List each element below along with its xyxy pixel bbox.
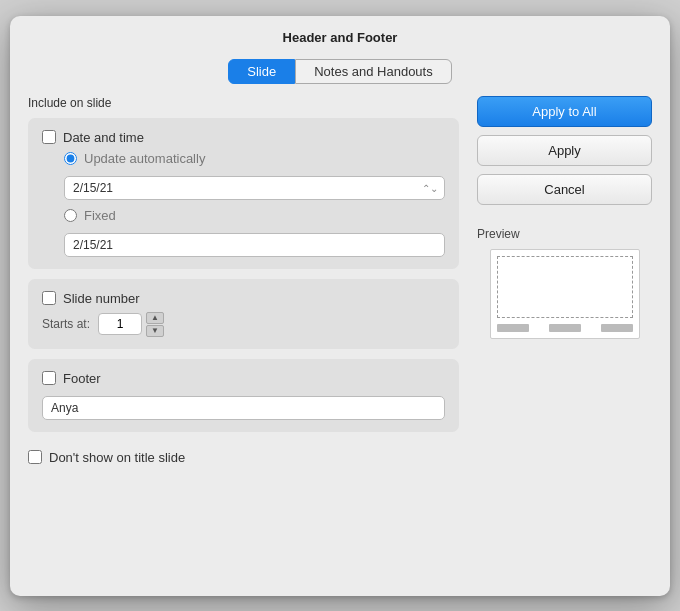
tab-slide[interactable]: Slide bbox=[228, 59, 295, 84]
starts-at-input[interactable] bbox=[98, 313, 142, 335]
date-time-checkbox[interactable] bbox=[42, 130, 56, 144]
footer-group: Footer bbox=[28, 359, 459, 432]
tabs-row: Slide Notes and Handouts bbox=[10, 59, 670, 84]
tab-notes[interactable]: Notes and Handouts bbox=[295, 59, 452, 84]
date-time-options: Update automatically 2/15/21 ⌃⌄ Fixed bbox=[64, 151, 445, 257]
dont-show-checkbox[interactable] bbox=[28, 450, 42, 464]
right-panel: Apply to All Apply Cancel Preview bbox=[477, 96, 652, 576]
slide-number-label: Slide number bbox=[63, 291, 140, 306]
slide-number-checkbox[interactable] bbox=[42, 291, 56, 305]
preview-footer-bar-3 bbox=[601, 324, 633, 332]
fixed-date-input[interactable] bbox=[64, 233, 445, 257]
stepper-up-button[interactable]: ▲ bbox=[146, 312, 164, 324]
dialog-title: Header and Footer bbox=[10, 16, 670, 53]
slide-number-row: Slide number bbox=[42, 291, 445, 306]
footer-input[interactable] bbox=[42, 396, 445, 420]
preview-footer-bar-1 bbox=[497, 324, 529, 332]
date-select[interactable]: 2/15/21 bbox=[64, 176, 445, 200]
update-auto-radio[interactable] bbox=[64, 152, 77, 165]
stepper-wrapper: ▲ ▼ bbox=[98, 312, 164, 337]
cancel-button[interactable]: Cancel bbox=[477, 174, 652, 205]
stepper-down-button[interactable]: ▼ bbox=[146, 325, 164, 337]
date-time-label: Date and time bbox=[63, 130, 144, 145]
update-auto-row: Update automatically bbox=[64, 151, 445, 166]
preview-footer-row bbox=[497, 320, 633, 332]
section-label: Include on slide bbox=[28, 96, 459, 110]
stepper-buttons: ▲ ▼ bbox=[146, 312, 164, 337]
slide-number-group: Slide number Starts at: ▲ ▼ bbox=[28, 279, 459, 349]
fixed-label: Fixed bbox=[84, 208, 116, 223]
apply-all-button[interactable]: Apply to All bbox=[477, 96, 652, 127]
dont-show-row: Don't show on title slide bbox=[28, 450, 459, 465]
date-select-wrapper: 2/15/21 ⌃⌄ bbox=[64, 176, 445, 200]
update-auto-label: Update automatically bbox=[84, 151, 205, 166]
fixed-radio[interactable] bbox=[64, 209, 77, 222]
starts-at-row: Starts at: ▲ ▼ bbox=[42, 312, 445, 337]
date-time-group: Date and time Update automatically 2/15/… bbox=[28, 118, 459, 269]
fixed-row: Fixed bbox=[64, 208, 445, 223]
footer-label: Footer bbox=[63, 371, 101, 386]
header-footer-dialog: Header and Footer Slide Notes and Handou… bbox=[10, 16, 670, 596]
preview-box bbox=[490, 249, 640, 339]
date-time-row: Date and time bbox=[42, 130, 445, 145]
preview-dashed-border bbox=[497, 256, 633, 318]
left-panel: Include on slide Date and time Update au… bbox=[28, 96, 459, 576]
dont-show-label: Don't show on title slide bbox=[49, 450, 185, 465]
content-area: Include on slide Date and time Update au… bbox=[10, 96, 670, 576]
preview-label: Preview bbox=[477, 227, 520, 241]
preview-section: Preview bbox=[477, 227, 652, 339]
starts-at-label: Starts at: bbox=[42, 317, 90, 331]
footer-row: Footer bbox=[42, 371, 445, 386]
preview-footer-bar-2 bbox=[549, 324, 581, 332]
footer-checkbox[interactable] bbox=[42, 371, 56, 385]
apply-button[interactable]: Apply bbox=[477, 135, 652, 166]
